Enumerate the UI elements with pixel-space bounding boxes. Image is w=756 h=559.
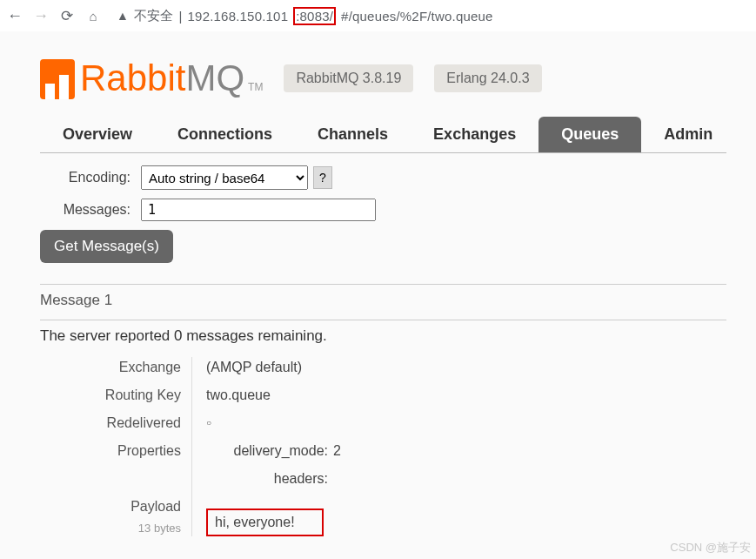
rabbitmq-logo: RabbitMQTM [40,57,263,99]
encoding-help-button[interactable]: ? [313,166,332,189]
separator [40,320,726,320]
routing-label: Routing Key [40,385,181,413]
routing-value: two.queue [206,385,341,413]
watermark: CSDN @施子安 [670,540,751,545]
address-bar[interactable]: ▲ 不安全 | 192.168.150.101:8083/#/queues/%2… [110,7,751,25]
exchange-label: Exchange [40,357,181,385]
home-icon[interactable]: ⌂ [84,9,103,24]
messages-label: Messages: [43,202,130,218]
separator [40,284,726,285]
remaining-text: The server reported 0 messages remaining… [40,327,726,345]
message-details: Exchange Routing Key Redelivered Propert… [40,357,726,536]
payload-label: Payload 13 bytes Encoding: string [40,496,181,524]
tab-overview[interactable]: Overview [40,117,155,152]
url-host: 192.168.150.101 [188,9,289,24]
back-icon[interactable]: ← [5,7,24,25]
encoding-select[interactable]: Auto string / base64 [141,165,308,190]
get-messages-button[interactable]: Get Message(s) [40,230,173,263]
prop-delivery-mode: delivery_mode:2 [206,441,341,468]
forward-icon[interactable]: → [31,7,50,25]
main-tabs: Overview Connections Channels Exchanges … [40,117,726,153]
redelivered-label: Redelivered [40,413,181,441]
properties-label: Properties [40,441,181,468]
prop-headers: headers: [206,468,341,496]
tab-admin[interactable]: Admin [641,117,735,152]
version-badge: RabbitMQ 3.8.19 [284,64,413,92]
security-label: 不安全 [134,8,174,24]
erlang-badge: Erlang 24.0.3 [434,64,541,92]
tab-queues[interactable]: Queues [539,117,641,152]
url-path: #/queues/%2F/two.queue [341,9,493,24]
messages-input[interactable] [141,199,376,221]
tab-exchanges[interactable]: Exchanges [411,117,539,152]
message-title: Message 1 [40,292,726,309]
tab-channels[interactable]: Channels [295,117,411,152]
logo-icon [40,59,75,99]
redelivered-value: ○ [206,413,341,441]
tab-connections[interactable]: Connections [155,117,295,152]
exchange-value: (AMQP default) [206,357,341,385]
url-port-highlight: :8083/ [293,7,336,25]
insecure-icon: ▲ [117,9,129,23]
payload-value-highlight: hi, everyone! [206,508,324,536]
reload-icon[interactable]: ⟳ [57,7,77,25]
encoding-label: Encoding: [43,170,130,185]
